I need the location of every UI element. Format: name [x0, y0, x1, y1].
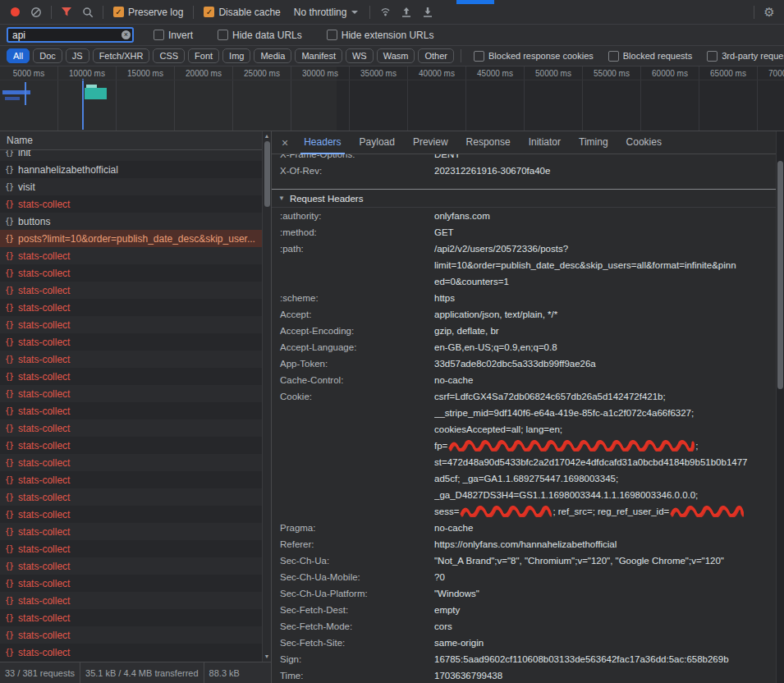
type-filter-js[interactable]: JS	[66, 48, 89, 63]
type-filter-doc[interactable]: Doc	[33, 48, 62, 63]
request-row[interactable]: {}stats-collect	[0, 368, 262, 385]
invert-checkbox[interactable]: Invert	[154, 30, 193, 41]
request-row[interactable]: {}stats-collect	[0, 557, 262, 575]
script-request-icon: {}	[5, 268, 13, 277]
tab-timing[interactable]: Timing	[570, 131, 617, 154]
type-filter-img[interactable]: Img	[222, 48, 250, 63]
type-filter-css[interactable]: CSS	[153, 48, 185, 63]
export-har-button[interactable]	[418, 2, 438, 22]
details-scrollbar[interactable]	[776, 131, 784, 683]
request-row[interactable]: {}buttons	[0, 213, 262, 230]
tab-payload[interactable]: Payload	[351, 131, 404, 154]
scroll-down-icon[interactable]: ▼	[264, 652, 270, 662]
hide-data-urls-checkbox[interactable]: Hide data URLs	[218, 30, 302, 41]
header-name: Pragma:	[280, 520, 434, 536]
request-row[interactable]: {}stats-collect	[0, 437, 262, 454]
hide-data-urls-label: Hide data URLs	[232, 30, 302, 41]
scrollbar-thumb[interactable]	[264, 141, 270, 207]
request-row[interactable]: {}stats-collect	[0, 454, 262, 471]
request-row[interactable]: {}stats-collect	[0, 264, 262, 282]
header-row: :authority:onlyfans.com	[272, 208, 776, 224]
tab-headers[interactable]: Headers	[295, 131, 350, 154]
request-row[interactable]: {}stats-collect	[0, 351, 262, 368]
request-details-panel: × HeadersPayloadPreviewResponseInitiator…	[272, 131, 784, 683]
request-row[interactable]: {}stats-collect	[0, 195, 262, 213]
request-row[interactable]: {}stats-collect	[0, 644, 262, 661]
gear-icon: ⚙	[763, 5, 774, 20]
checkbox-checked-icon: ✓	[113, 7, 124, 17]
import-har-button[interactable]	[397, 2, 416, 22]
request-row[interactable]: {}stats-collect	[0, 385, 262, 402]
disable-cache-checkbox[interactable]: ✓ Disable cache	[204, 7, 280, 18]
type-filter-media[interactable]: Media	[254, 48, 291, 63]
request-row[interactable]: {}stats-collect	[0, 626, 262, 644]
request-row[interactable]: {}init	[0, 150, 262, 161]
type-filter-manifest[interactable]: Manifest	[295, 48, 342, 63]
checkbox-unchecked-icon	[154, 30, 164, 40]
header-name: :authority:	[280, 208, 434, 224]
script-request-icon: {}	[5, 493, 13, 502]
script-request-icon: {}	[5, 199, 13, 209]
scroll-up-icon[interactable]: ▲	[264, 131, 270, 141]
waterfall-bar	[85, 88, 107, 99]
type-filter-wasm[interactable]: Wasm	[377, 48, 415, 63]
throttling-select[interactable]: No throttling	[294, 7, 359, 18]
hide-extension-urls-checkbox[interactable]: Hide extension URLs	[327, 30, 434, 41]
request-row[interactable]: {}stats-collect	[0, 523, 262, 540]
tab-initiator[interactable]: Initiator	[520, 131, 570, 154]
script-request-icon: {}	[5, 630, 13, 639]
scrollbar-thumb[interactable]	[777, 161, 783, 389]
timeline-tick-label: 35000 ms	[350, 69, 407, 78]
tab-cookies[interactable]: Cookies	[617, 131, 671, 154]
filter-toggle-button[interactable]	[57, 2, 76, 22]
request-row[interactable]: {}stats-collect	[0, 471, 262, 488]
name-column-header[interactable]: Name	[0, 131, 271, 150]
header-value: 33d57ade8c02dbc5a333db99ff9ae26a	[434, 355, 776, 372]
request-row[interactable]: {}stats-collect	[0, 592, 262, 609]
settings-button[interactable]: ⚙	[759, 2, 779, 22]
preserve-log-checkbox[interactable]: ✓ Preserve log	[113, 7, 183, 18]
type-filter-fetch-xhr[interactable]: Fetch/XHR	[93, 48, 150, 63]
request-row[interactable]: {}stats-collect	[0, 609, 262, 626]
request-row[interactable]: {}stats-collect	[0, 316, 262, 333]
close-details-button[interactable]: ×	[282, 131, 288, 154]
network-conditions-button[interactable]	[375, 2, 395, 22]
type-filter-all[interactable]: All	[7, 48, 30, 63]
clear-filter-icon[interactable]: ×	[121, 30, 131, 39]
clear-button[interactable]	[26, 2, 46, 22]
third-party-requests-checkbox[interactable]: 3rd-party requests	[707, 51, 784, 62]
request-row[interactable]: {}stats-collect	[0, 333, 262, 351]
request-row[interactable]: {}hannahelizabethofficial	[0, 161, 262, 178]
request-row[interactable]: {}stats-collect	[0, 299, 262, 316]
record-button[interactable]	[5, 2, 25, 22]
blocked-response-cookies-checkbox[interactable]: Blocked response cookies	[474, 51, 594, 62]
header-value: no-cache	[434, 520, 776, 536]
tab-preview[interactable]: Preview	[404, 131, 457, 154]
header-name: Accept-Encoding:	[280, 323, 434, 339]
request-row-selected[interactable]: {}posts?limit=10&order=publish_date_desc…	[0, 230, 262, 247]
type-filter-font[interactable]: Font	[188, 48, 219, 63]
tab-response[interactable]: Response	[457, 131, 520, 154]
timeline-overview[interactable]: 5000 ms10000 ms15000 ms20000 ms25000 ms3…	[0, 66, 784, 131]
request-row[interactable]: {}stats-collect	[0, 282, 262, 299]
request-row[interactable]: {}stats-collect	[0, 247, 262, 264]
header-row: :method:GET	[272, 224, 776, 241]
request-headers-section-header[interactable]: ▼Request Headers	[272, 189, 776, 208]
request-row[interactable]: {}stats-collect	[0, 419, 262, 437]
request-row[interactable]: {}stats-collect	[0, 488, 262, 506]
filter-input[interactable]	[7, 27, 134, 43]
requests-scrollbar[interactable]: ▲ ▼	[262, 131, 271, 662]
search-button[interactable]	[78, 2, 98, 22]
request-row[interactable]: {}visit	[0, 178, 262, 195]
request-name: stats-collect	[18, 612, 70, 624]
request-name: stats-collect	[18, 406, 70, 417]
script-request-icon: {}	[5, 613, 13, 622]
request-row[interactable]: {}stats-collect	[0, 575, 262, 592]
type-filter-other[interactable]: Other	[418, 48, 454, 63]
request-row[interactable]: {}stats-collect	[0, 402, 262, 419]
blocked-requests-checkbox[interactable]: Blocked requests	[608, 51, 692, 62]
network-filter-bar: × Invert Hide data URLs Hide extension U…	[0, 25, 784, 46]
type-filter-ws[interactable]: WS	[346, 48, 374, 63]
request-row[interactable]: {}stats-collect	[0, 506, 262, 523]
request-row[interactable]: {}stats-collect	[0, 540, 262, 557]
